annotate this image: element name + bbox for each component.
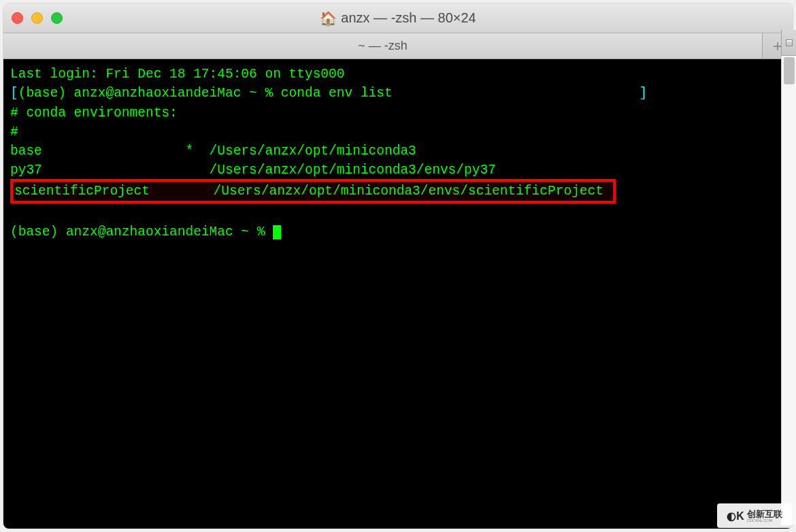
minimize-window-button[interactable]	[31, 12, 43, 24]
maximize-window-button[interactable]	[51, 12, 63, 24]
traffic-lights	[12, 12, 63, 24]
watermark: ◐K 创新互联 CDCXHL.COM	[717, 503, 792, 528]
home-icon: 🏠	[320, 10, 337, 27]
terminal-line-comment-1: # conda environments:	[10, 103, 786, 122]
terminal-line-last-login: Last login: Fri Dec 18 17:45:06 on ttys0…	[10, 65, 786, 84]
watermark-sub: CDCXHL.COM	[747, 518, 782, 522]
watermark-main: 创新互联	[747, 510, 782, 518]
window-title-text: anzx — -zsh — 80×24	[341, 10, 476, 26]
terminal-content[interactable]: Last login: Fri Dec 18 17:45:06 on ttys0…	[3, 59, 793, 529]
prompt-2-text: (base) anzx@anzhaoxiandeiMac ~ %	[10, 225, 273, 239]
terminal-line-prompt-2: (base) anzx@anzhaoxiandeiMac ~ %	[10, 222, 786, 242]
split-pane-toggle[interactable]	[781, 30, 793, 56]
window-title: 🏠 anzx — -zsh — 80×24	[320, 10, 476, 27]
terminal-line-env-scientific-highlighted: scientificProject /Users/anzx/opt/minico…	[10, 179, 616, 203]
tab-active[interactable]: ~ — -zsh	[3, 33, 763, 59]
scrollbar-thumb[interactable]	[784, 57, 795, 84]
cursor-icon	[273, 225, 281, 239]
bracket-open: [	[10, 86, 18, 101]
close-window-button[interactable]	[12, 12, 23, 24]
scrollbar-track[interactable]	[781, 56, 796, 525]
watermark-logo-icon: ◐K	[727, 510, 744, 522]
terminal-line-comment-2: #	[10, 122, 786, 142]
tab-label: ~ — -zsh	[358, 39, 408, 53]
terminal-window: 🏠 anzx — -zsh — 80×24 ~ — -zsh + Last lo…	[3, 3, 793, 529]
prompt-1-text: (base) anzx@anzhaoxiandeiMac ~ % conda e…	[18, 86, 393, 101]
terminal-line-prompt-1: [(base) anzx@anzhaoxiandeiMac ~ % conda …	[10, 84, 786, 103]
terminal-line-blank	[10, 203, 786, 222]
terminal-line-env-py37: py37 /Users/anzx/opt/miniconda3/envs/py3…	[10, 161, 786, 180]
tab-bar: ~ — -zsh +	[3, 33, 793, 59]
watermark-text: 创新互联 CDCXHL.COM	[747, 510, 782, 522]
split-pane-icon	[786, 39, 793, 46]
bracket-close: ]	[639, 86, 647, 101]
terminal-line-env-base: base * /Users/anzx/opt/miniconda3	[10, 142, 786, 161]
window-titlebar: 🏠 anzx — -zsh — 80×24	[3, 3, 793, 33]
